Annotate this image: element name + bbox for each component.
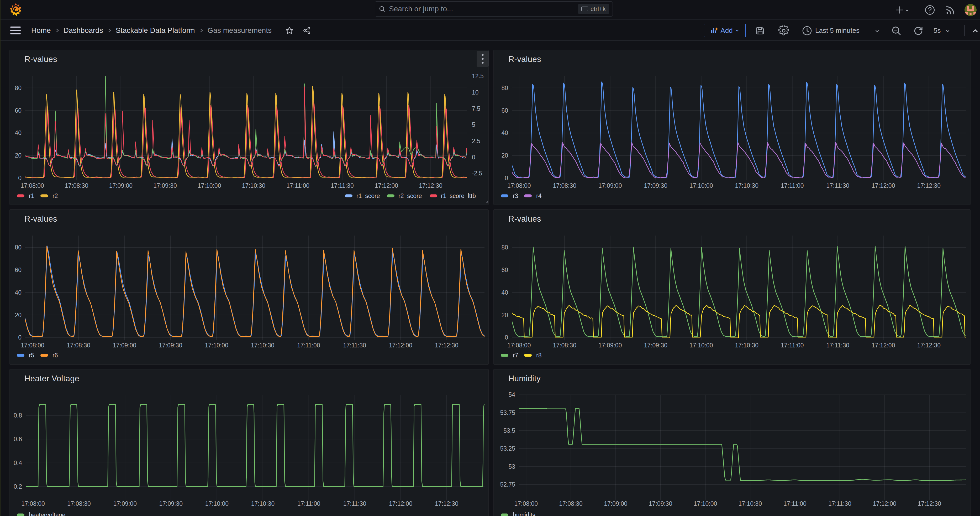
svg-text:17:10:00: 17:10:00 [205, 342, 228, 349]
svg-text:17:08:00: 17:08:00 [514, 500, 538, 507]
svg-text:0: 0 [505, 175, 508, 182]
svg-text:r3: r3 [513, 193, 518, 199]
svg-text:0: 0 [18, 175, 22, 182]
svg-text:17:08:30: 17:08:30 [559, 500, 583, 507]
svg-text:17:08:30: 17:08:30 [553, 182, 576, 189]
svg-text:60: 60 [501, 266, 508, 273]
svg-text:12.5: 12.5 [472, 73, 484, 80]
svg-text:17:11:00: 17:11:00 [781, 342, 804, 349]
svg-text:17:11:00: 17:11:00 [781, 182, 804, 189]
svg-text:17:11:30: 17:11:30 [331, 182, 354, 189]
svg-text:r8: r8 [536, 352, 541, 359]
svg-text:Heater Voltage: Heater Voltage [24, 374, 79, 383]
svg-text:17:08:30: 17:08:30 [67, 500, 91, 507]
svg-text:17:08:00: 17:08:00 [21, 500, 45, 507]
svg-text:10: 10 [472, 89, 479, 96]
svg-text:5: 5 [472, 121, 475, 128]
svg-text:17:12:00: 17:12:00 [389, 500, 412, 507]
svg-text:17:09:30: 17:09:30 [649, 500, 672, 507]
svg-text:17:12:30: 17:12:30 [435, 342, 458, 349]
svg-text:60: 60 [501, 107, 508, 114]
svg-text:r2: r2 [52, 193, 58, 199]
svg-text:r1_score: r1_score [356, 193, 380, 199]
svg-text:17:12:30: 17:12:30 [917, 342, 941, 349]
svg-text:r5: r5 [29, 352, 34, 359]
svg-text:17:11:00: 17:11:00 [298, 500, 320, 507]
svg-text:r1: r1 [29, 193, 34, 199]
svg-text:r4: r4 [536, 193, 542, 199]
svg-text:0.2: 0.2 [14, 483, 22, 490]
svg-text:R-values: R-values [508, 55, 541, 64]
svg-text:80: 80 [15, 84, 22, 91]
svg-text:0.4: 0.4 [14, 460, 22, 467]
svg-text:17:09:30: 17:09:30 [644, 182, 667, 189]
svg-text:80: 80 [15, 244, 22, 251]
svg-text:17:11:00: 17:11:00 [297, 342, 320, 349]
svg-text:17:09:00: 17:09:00 [113, 500, 137, 507]
svg-text:humidity: humidity [513, 511, 535, 516]
svg-text:17:10:30: 17:10:30 [251, 500, 275, 507]
svg-text:40: 40 [15, 129, 22, 136]
svg-text:17:11:30: 17:11:30 [826, 342, 849, 349]
svg-text:17:10:30: 17:10:30 [738, 500, 762, 507]
svg-text:17:11:30: 17:11:30 [826, 182, 849, 189]
svg-text:17:10:00: 17:10:00 [689, 342, 713, 349]
svg-text:17:09:00: 17:09:00 [598, 182, 622, 189]
svg-text:17:08:30: 17:08:30 [67, 342, 91, 349]
svg-text:40: 40 [15, 289, 22, 296]
svg-text:0: 0 [472, 154, 475, 161]
svg-text:80: 80 [501, 84, 508, 91]
svg-text:17:09:30: 17:09:30 [644, 342, 667, 349]
svg-text:r6: r6 [52, 352, 58, 359]
svg-text:R-values: R-values [24, 214, 57, 223]
svg-text:17:10:30: 17:10:30 [251, 342, 275, 349]
svg-text:0.8: 0.8 [14, 412, 22, 419]
svg-text:17:08:00: 17:08:00 [21, 342, 45, 349]
svg-text:r7: r7 [513, 352, 518, 359]
svg-text:17:09:30: 17:09:30 [159, 500, 183, 507]
svg-text:60: 60 [15, 266, 22, 273]
svg-text:40: 40 [501, 129, 508, 136]
svg-text:r2_score: r2_score [398, 193, 422, 199]
svg-text:17:10:30: 17:10:30 [242, 182, 266, 189]
svg-text:53.25: 53.25 [500, 445, 515, 452]
svg-text:17:12:30: 17:12:30 [917, 182, 941, 189]
svg-text:53.75: 53.75 [500, 409, 515, 416]
svg-text:17:12:00: 17:12:00 [873, 500, 897, 507]
svg-text:17:08:00: 17:08:00 [508, 182, 531, 189]
svg-text:17:08:00: 17:08:00 [508, 342, 531, 349]
svg-text:17:08:00: 17:08:00 [21, 182, 44, 189]
svg-text:-2.5: -2.5 [472, 170, 482, 177]
svg-text:20: 20 [501, 312, 508, 319]
svg-text:0.6: 0.6 [14, 436, 22, 443]
svg-text:52.75: 52.75 [500, 481, 515, 488]
svg-text:17:12:00: 17:12:00 [375, 182, 398, 189]
svg-text:17:11:30: 17:11:30 [343, 342, 366, 349]
svg-text:17:09:00: 17:09:00 [113, 342, 137, 349]
svg-text:53.5: 53.5 [503, 427, 515, 434]
svg-text:54: 54 [508, 391, 515, 398]
svg-text:17:10:00: 17:10:00 [197, 182, 221, 189]
svg-text:20: 20 [15, 152, 22, 159]
svg-text:17:10:30: 17:10:30 [735, 342, 759, 349]
svg-text:17:09:00: 17:09:00 [598, 342, 622, 349]
svg-text:R-values: R-values [24, 55, 57, 64]
svg-text:7.5: 7.5 [472, 105, 480, 112]
svg-text:17:12:00: 17:12:00 [389, 342, 412, 349]
svg-text:R-values: R-values [508, 214, 541, 223]
svg-text:20: 20 [501, 152, 508, 159]
svg-text:17:08:30: 17:08:30 [553, 342, 576, 349]
svg-text:0: 0 [18, 334, 22, 341]
svg-text:17:11:30: 17:11:30 [828, 500, 851, 507]
svg-text:17:09:30: 17:09:30 [153, 182, 177, 189]
svg-text:80: 80 [501, 244, 508, 251]
svg-text:17:09:30: 17:09:30 [159, 342, 182, 349]
svg-text:0: 0 [505, 334, 508, 341]
svg-text:17:12:00: 17:12:00 [872, 182, 895, 189]
svg-text:17:09:00: 17:09:00 [604, 500, 627, 507]
svg-text:17:11:00: 17:11:00 [783, 500, 807, 507]
svg-text:17:12:30: 17:12:30 [435, 500, 458, 507]
svg-text:20: 20 [15, 312, 22, 319]
svg-text:17:11:00: 17:11:00 [286, 182, 309, 189]
svg-text:17:12:30: 17:12:30 [419, 182, 442, 189]
